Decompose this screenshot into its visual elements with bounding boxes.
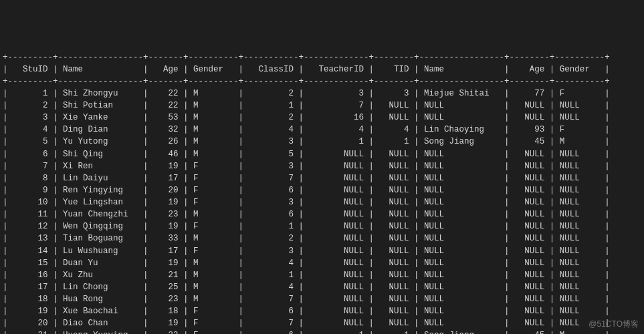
sql-result-output: +---------+-----------------+-------+---… xyxy=(3,51,641,335)
watermark: @51CTO博客 xyxy=(588,319,639,330)
